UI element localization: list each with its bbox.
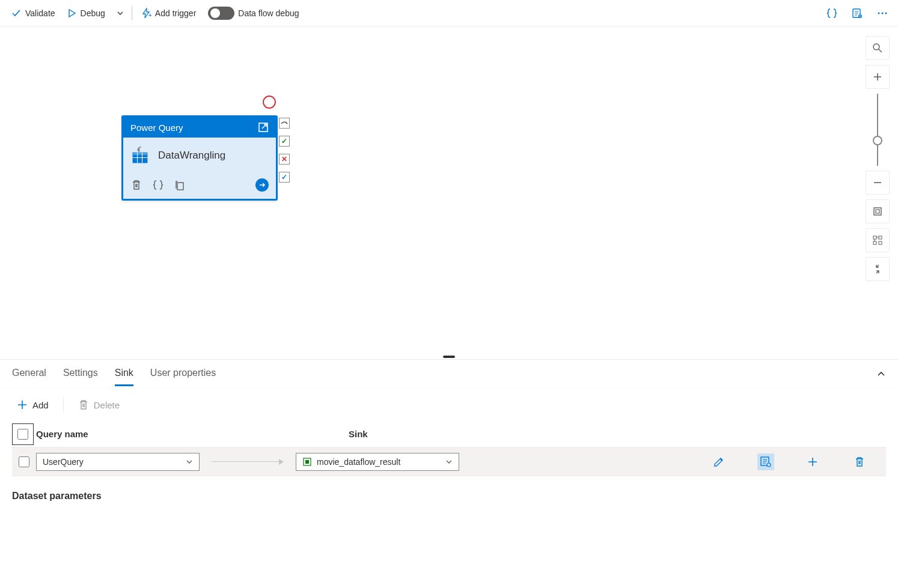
select-all-checkbox[interactable] [12,423,34,445]
svg-point-3 [878,12,880,14]
toolbar-right [821,4,893,23]
query-value: UserQuery [43,457,84,467]
sink-value: movie_dataflow_result [317,457,400,467]
row-actions [710,453,886,470]
delete-icon[interactable] [130,179,142,191]
completion-handle[interactable]: ✓ [279,172,290,183]
toggle-knob [210,8,220,18]
delete-row-button[interactable] [851,453,868,470]
debug-dropdown[interactable] [111,5,129,21]
svg-point-4 [882,12,884,14]
zoom-slider[interactable] [877,94,878,166]
svg-point-10 [873,44,879,50]
trash-icon [854,456,866,468]
separator [132,6,132,20]
next-arrow-button[interactable] [255,178,269,192]
code-button[interactable] [821,4,843,23]
auto-align-icon [872,235,883,246]
svg-rect-15 [873,241,876,244]
properties-button[interactable] [846,4,868,23]
activity-status-handles: ✓ ✕ ✓ [279,118,290,183]
play-icon [67,8,77,18]
zoom-thumb[interactable] [873,136,882,145]
svg-point-20 [767,463,771,467]
chevron-up-icon [876,369,886,379]
table-row: UserQuery movie_dataflow_result [12,447,886,476]
row-checkbox[interactable] [12,456,36,467]
search-button[interactable] [866,36,890,60]
svg-rect-12 [876,210,879,213]
search-icon [872,43,883,53]
tab-settings[interactable]: Settings [63,362,98,386]
failure-handle[interactable]: ✕ [279,154,290,165]
activity-node[interactable]: Power Query DataWrangling [121,115,278,201]
collapse-icon [872,264,883,274]
panel-resizer[interactable] [0,354,898,359]
plus-icon [872,71,883,82]
upstream-handle[interactable] [279,118,290,129]
chevron-down-icon [186,458,193,465]
copy-icon[interactable] [174,179,186,191]
validate-label: Validate [25,8,55,18]
chevron-down-icon [445,458,453,465]
edit-button[interactable] [710,453,727,470]
add-trigger-label: Add trigger [155,8,196,18]
panel-collapse-button[interactable] [876,369,886,379]
column-query-name: Query name [36,429,349,439]
sink-toolbar: Add Delete [0,389,898,421]
code-icon[interactable] [152,179,164,191]
plus-icon [17,399,28,410]
table-header: Query name Sink [12,421,886,447]
ellipsis-icon [876,7,888,19]
separator [63,398,64,412]
activity-header: Power Query [123,117,276,138]
delete-label: Delete [94,400,120,410]
plus-icon [807,456,819,468]
sink-table: Query name Sink UserQuery movie_dataflow… [0,421,898,476]
dataset-parameters-section: Dataset parameters [0,476,898,514]
canvas-tools [866,36,890,281]
fit-button[interactable] [866,199,890,223]
sink-select[interactable]: movie_dataflow_result [296,453,459,471]
lightning-icon: + [141,8,151,19]
fit-icon [872,206,883,217]
powerquery-icon [130,146,150,165]
settings-button[interactable] [757,453,774,470]
minus-icon [872,177,883,188]
collapse-button[interactable] [866,257,890,281]
add-label: Add [32,400,49,410]
properties-icon [851,7,863,19]
svg-point-5 [885,12,887,14]
zoom-out-button[interactable] [866,171,890,195]
pipeline-canvas[interactable]: Power Query DataWrangling ✓ ✕ ✓ [0,26,898,354]
svg-text:+: + [148,12,151,19]
chevron-down-icon [116,9,124,17]
activity-type: Power Query [130,123,183,133]
activity-body: DataWrangling [123,138,276,174]
open-icon[interactable] [258,122,269,133]
braces-icon [826,7,838,19]
tab-general[interactable]: General [12,362,46,386]
more-button[interactable] [872,4,893,23]
new-button[interactable] [804,453,821,470]
auto-align-button[interactable] [866,228,890,252]
properties-panel: General Settings Sink User properties Ad… [0,359,898,514]
data-flow-debug-toggle[interactable] [208,7,234,20]
query-name-select[interactable]: UserQuery [36,453,200,471]
check-icon [11,8,22,19]
grip-icon [443,356,455,358]
add-trigger-button[interactable]: + Add trigger [135,4,202,22]
dataset-parameters-heading: Dataset parameters [12,491,886,502]
column-sink: Sink [349,429,886,439]
validate-button[interactable]: Validate [5,4,61,22]
tab-sink[interactable]: Sink [115,362,133,386]
zoom-in-button[interactable] [866,65,890,89]
success-handle[interactable]: ✓ [279,136,290,147]
validation-error-indicator[interactable] [263,95,276,109]
delete-button[interactable]: Delete [73,396,124,414]
svg-rect-14 [879,236,882,239]
tab-user-properties[interactable]: User properties [150,362,216,386]
arrow-right-icon [258,181,266,189]
add-button[interactable]: Add [12,396,53,414]
debug-button[interactable]: Debug [61,5,111,22]
